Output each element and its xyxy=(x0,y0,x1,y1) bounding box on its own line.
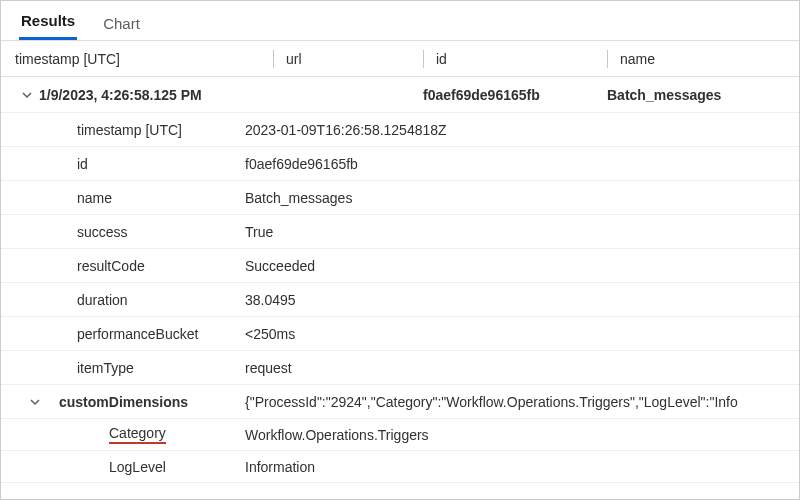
detail-rows: timestamp [UTC]2023-01-09T16:26:58.12548… xyxy=(1,113,799,385)
col-header-name[interactable]: name xyxy=(620,51,655,67)
results-panel: Results Chart timestamp [UTC] url id nam… xyxy=(0,0,800,500)
detail-row: idf0aef69de96165fb xyxy=(1,147,799,181)
row-timestamp: 1/9/2023, 4:26:58.125 PM xyxy=(39,87,202,103)
custom-dimension-key: Category xyxy=(1,425,245,444)
detail-row: timestamp [UTC]2023-01-09T16:26:58.12548… xyxy=(1,113,799,147)
detail-value: Batch_messages xyxy=(245,190,799,206)
custom-dimension-value: Information xyxy=(245,459,799,475)
detail-value: Succeeded xyxy=(245,258,799,274)
detail-key: id xyxy=(1,156,245,172)
table-row[interactable]: 1/9/2023, 4:26:58.125 PM f0aef69de96165f… xyxy=(1,77,799,113)
detail-value: f0aef69de96165fb xyxy=(245,156,799,172)
detail-row: itemTyperequest xyxy=(1,351,799,385)
custom-dimensions-row[interactable]: customDimensions {"ProcessId":"2924","Ca… xyxy=(1,385,799,419)
detail-key: timestamp [UTC] xyxy=(1,122,245,138)
tab-results[interactable]: Results xyxy=(19,2,77,40)
col-header-id[interactable]: id xyxy=(436,51,447,67)
custom-dimensions-label: customDimensions xyxy=(59,394,188,410)
custom-dimension-item: LogLevelInformation xyxy=(1,451,799,483)
chevron-down-icon[interactable] xyxy=(23,396,47,408)
detail-key: resultCode xyxy=(1,258,245,274)
detail-key: performanceBucket xyxy=(1,326,245,342)
custom-dimension-key: LogLevel xyxy=(1,459,245,475)
column-separator xyxy=(607,50,608,68)
col-header-url[interactable]: url xyxy=(286,51,302,67)
row-name: Batch_messages xyxy=(607,87,721,103)
detail-row: resultCodeSucceeded xyxy=(1,249,799,283)
chevron-down-icon[interactable] xyxy=(15,89,39,101)
tab-bar: Results Chart xyxy=(1,1,799,41)
custom-dimensions-items: CategoryWorkflow.Operations.TriggersLogL… xyxy=(1,419,799,483)
detail-value: 38.0495 xyxy=(245,292,799,308)
column-separator xyxy=(423,50,424,68)
row-id: f0aef69de96165fb xyxy=(423,87,540,103)
detail-value: request xyxy=(245,360,799,376)
detail-key: name xyxy=(1,190,245,206)
custom-dimension-item: CategoryWorkflow.Operations.Triggers xyxy=(1,419,799,451)
detail-key: itemType xyxy=(1,360,245,376)
results-body: 1/9/2023, 4:26:58.125 PM f0aef69de96165f… xyxy=(1,77,799,499)
col-header-timestamp[interactable]: timestamp [UTC] xyxy=(15,51,120,67)
custom-dimensions-raw: {"ProcessId":"2924","Category":"Workflow… xyxy=(245,394,738,410)
custom-dimension-value: Workflow.Operations.Triggers xyxy=(245,427,799,443)
detail-key: success xyxy=(1,224,245,240)
column-header-row: timestamp [UTC] url id name xyxy=(1,41,799,77)
detail-value: <250ms xyxy=(245,326,799,342)
column-separator xyxy=(273,50,274,68)
detail-row: nameBatch_messages xyxy=(1,181,799,215)
detail-value: 2023-01-09T16:26:58.1254818Z xyxy=(245,122,799,138)
detail-value: True xyxy=(245,224,799,240)
tab-chart[interactable]: Chart xyxy=(101,5,142,40)
detail-row: successTrue xyxy=(1,215,799,249)
detail-row: duration38.0495 xyxy=(1,283,799,317)
detail-key: duration xyxy=(1,292,245,308)
detail-row: performanceBucket<250ms xyxy=(1,317,799,351)
